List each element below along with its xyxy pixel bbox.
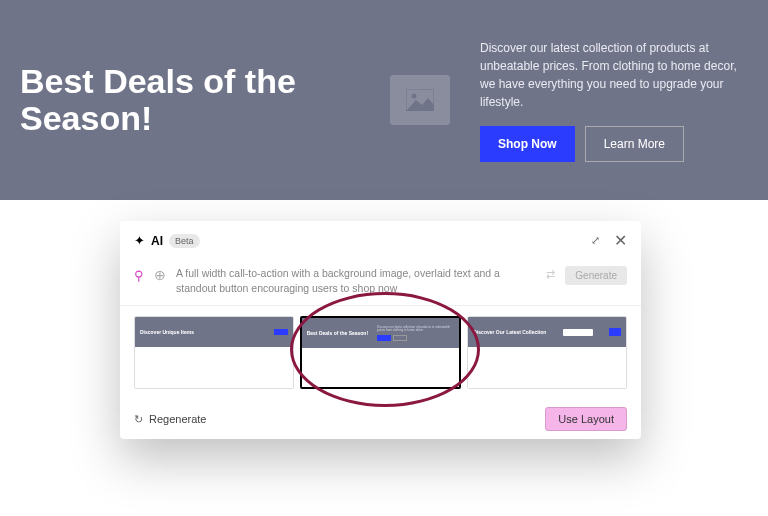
modal-header: ✦ AI Beta ⤢ ✕ bbox=[120, 221, 641, 260]
thumb-title: Discover Our Latest Collection bbox=[473, 330, 547, 336]
image-placeholder bbox=[390, 75, 450, 125]
shuffle-icon[interactable]: ⇄ bbox=[546, 268, 555, 281]
add-icon[interactable]: ⊕ bbox=[154, 267, 166, 283]
learn-more-button[interactable]: Learn More bbox=[585, 126, 684, 162]
thumb-button-icon bbox=[393, 335, 407, 341]
close-icon[interactable]: ✕ bbox=[614, 231, 627, 250]
sparkle-icon: ✦ bbox=[134, 233, 145, 248]
layout-option-3[interactable]: Discover Our Latest Collection bbox=[467, 316, 627, 389]
collapse-icon[interactable]: ⤢ bbox=[591, 234, 600, 247]
shop-now-button[interactable]: Shop Now bbox=[480, 126, 575, 162]
prompt-row: ⚲ ⊕ A full width call-to-action with a b… bbox=[120, 260, 641, 306]
thumb-title: Discover Unique Items bbox=[140, 330, 194, 336]
svg-point-1 bbox=[412, 94, 417, 99]
regenerate-button[interactable]: Regenerate bbox=[149, 413, 207, 425]
thumb-button-icon bbox=[609, 328, 621, 336]
image-icon bbox=[406, 89, 434, 111]
layout-option-2[interactable]: Best Deals of the Season! Discover our l… bbox=[300, 316, 462, 389]
ai-modal: ✦ AI Beta ⤢ ✕ ⚲ ⊕ A full width call-to-a… bbox=[120, 221, 641, 439]
regenerate-icon[interactable]: ↻ bbox=[134, 413, 143, 426]
hero-buttons: Shop Now Learn More bbox=[480, 126, 748, 162]
thumb-button-icon bbox=[377, 335, 391, 341]
generate-button[interactable]: Generate bbox=[565, 266, 627, 285]
thumb-input-icon bbox=[563, 329, 593, 336]
thumb-title: Best Deals of the Season! bbox=[307, 331, 373, 337]
hero-description: Discover our latest collection of produc… bbox=[480, 39, 748, 111]
prompt-input[interactable]: A full width call-to-action with a backg… bbox=[176, 266, 536, 295]
layout-option-1[interactable]: Discover Unique Items bbox=[134, 316, 294, 389]
use-layout-button[interactable]: Use Layout bbox=[545, 407, 627, 431]
ai-label: AI bbox=[151, 234, 163, 248]
beta-badge: Beta bbox=[169, 234, 200, 248]
hero-title: Best Deals of the Season! bbox=[20, 63, 360, 138]
thumb-text-icon: Discover our latest collection of produc… bbox=[377, 326, 454, 333]
hero-right: Discover our latest collection of produc… bbox=[480, 39, 748, 162]
hero-section: Best Deals of the Season! Discover our l… bbox=[0, 0, 768, 200]
modal-footer: ↻ Regenerate Use Layout bbox=[120, 399, 641, 439]
thumb-button-icon bbox=[274, 329, 288, 335]
hero-left: Best Deals of the Season! bbox=[20, 63, 360, 138]
layout-thumbnails: Discover Unique Items Best Deals of the … bbox=[120, 306, 641, 399]
attach-icon[interactable]: ⚲ bbox=[134, 268, 144, 283]
